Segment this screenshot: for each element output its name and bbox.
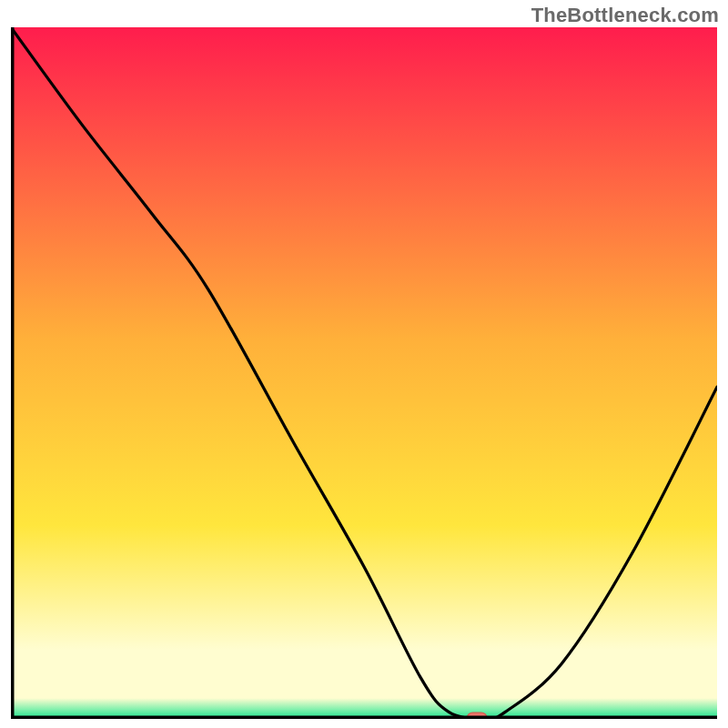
chart-frame: TheBottleneck.com [0, 0, 728, 728]
gradient-background [11, 27, 717, 719]
bottleneck-chart [11, 27, 717, 719]
watermark-text: TheBottleneck.com [531, 4, 719, 27]
